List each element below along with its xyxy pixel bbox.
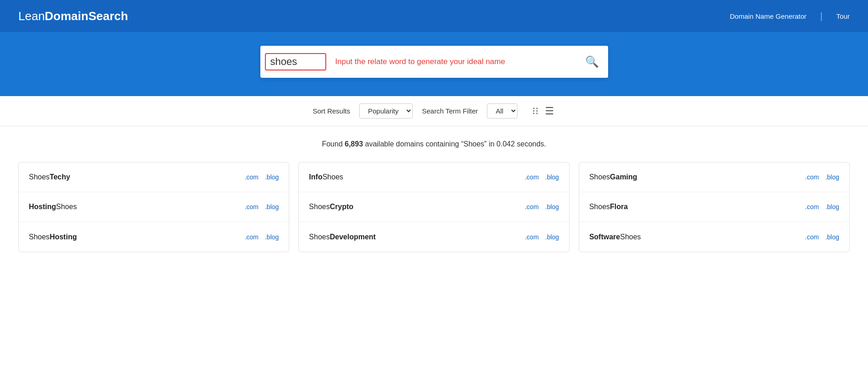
domain-bold: Flora <box>610 203 628 211</box>
com-link[interactable]: .com <box>245 203 259 211</box>
logo-bold: DomainSearch <box>45 9 128 23</box>
table-row: ShoesGaming .com .blog <box>579 162 849 192</box>
table-row: InfoShoes .com .blog <box>299 162 569 192</box>
domain-links: .com .blog <box>525 203 559 211</box>
com-link[interactable]: .com <box>805 173 819 181</box>
domain-links: .com .blog <box>805 173 839 181</box>
domain-links: .com .blog <box>245 203 279 211</box>
table-row: ShoesFlora .com .blog <box>579 192 849 222</box>
domain-links: .com .blog <box>805 203 839 211</box>
table-row: ShoesTechy .com .blog <box>19 162 289 192</box>
domain-name: ShoesHosting <box>29 233 77 241</box>
results-mid: available domains <box>363 140 424 148</box>
domain-bold: Hosting <box>49 233 77 241</box>
results-count: 6,893 <box>345 140 363 148</box>
table-row: ShoesCrypto .com .blog <box>299 192 569 222</box>
blog-link[interactable]: .blog <box>545 203 559 211</box>
domain-card-2: ShoesGaming .com .blog ShoesFlora .com .… <box>579 162 850 252</box>
grid-view-button[interactable]: ⁝⁝ <box>531 104 539 118</box>
results-post: containing “Shoes” in 0.042 seconds. <box>424 140 546 148</box>
filter-label: Search Term Filter <box>422 107 478 115</box>
sort-label: Sort Results <box>313 107 350 115</box>
logo-light: Lean <box>18 9 45 23</box>
blog-link[interactable]: .blog <box>825 203 839 211</box>
blog-link[interactable]: .blog <box>265 173 279 181</box>
blog-link[interactable]: .blog <box>825 233 839 241</box>
nav-divider: | <box>820 11 823 22</box>
com-link[interactable]: .com <box>525 203 539 211</box>
domain-bold: Crypto <box>330 203 354 211</box>
tour-link[interactable]: Tour <box>836 12 850 20</box>
domain-bold: Info <box>309 173 322 181</box>
domain-generator-link[interactable]: Domain Name Generator <box>730 12 807 20</box>
domain-grid: ShoesTechy .com .blog HostingShoes .com … <box>18 162 850 252</box>
list-icon: ☰ <box>545 105 554 117</box>
table-row: SoftwareShoes .com .blog <box>579 222 849 252</box>
table-row: ShoesHosting .com .blog <box>19 222 289 252</box>
domain-bold: Techy <box>49 173 70 181</box>
domain-bold: Development <box>330 233 376 241</box>
com-link[interactable]: .com <box>525 173 539 181</box>
table-row: ShoesDevelopment .com .blog <box>299 222 569 252</box>
table-row: HostingShoes .com .blog <box>19 192 289 222</box>
sort-select[interactable]: Popularity <box>359 103 413 119</box>
domain-name: SoftwareShoes <box>589 233 641 241</box>
search-input-wrap <box>265 53 326 70</box>
logo: LeanDomainSearch <box>18 9 128 23</box>
main-content: Found 6,893 available domains containing… <box>0 126 868 378</box>
search-bar: Input the relate word to generate your i… <box>260 46 608 78</box>
com-link[interactable]: .com <box>805 233 819 241</box>
domain-name: ShoesGaming <box>589 173 637 181</box>
domain-links: .com .blog <box>245 233 279 241</box>
domain-links: .com .blog <box>245 173 279 181</box>
blog-link[interactable]: .blog <box>825 173 839 181</box>
domain-name: InfoShoes <box>309 173 343 181</box>
search-button[interactable]: 🔍 <box>576 46 608 78</box>
domain-name: ShoesCrypto <box>309 203 353 211</box>
blog-link[interactable]: .blog <box>265 203 279 211</box>
domain-links: .com .blog <box>525 233 559 241</box>
view-toggle: ⁝⁝ ☰ <box>531 104 555 118</box>
domain-links: .com .blog <box>525 173 559 181</box>
domain-name: ShoesFlora <box>589 203 628 211</box>
controls-bar: Sort Results Popularity Search Term Filt… <box>0 96 868 126</box>
search-icon: 🔍 <box>585 55 599 68</box>
com-link[interactable]: .com <box>525 233 539 241</box>
domain-card-0: ShoesTechy .com .blog HostingShoes .com … <box>18 162 289 252</box>
domain-name: ShoesTechy <box>29 173 70 181</box>
search-input[interactable] <box>270 56 321 68</box>
results-summary: Found 6,893 available domains containing… <box>18 140 850 148</box>
domain-name: ShoesDevelopment <box>309 233 376 241</box>
search-section: Input the relate word to generate your i… <box>0 32 868 96</box>
grid-icon: ⁝⁝ <box>532 105 539 117</box>
search-hint: Input the relate word to generate your i… <box>331 57 576 66</box>
blog-link[interactable]: .blog <box>265 233 279 241</box>
header-nav: Domain Name Generator | Tour <box>730 11 850 22</box>
results-pre: Found <box>322 140 345 148</box>
domain-bold: Software <box>589 233 620 241</box>
header: LeanDomainSearch Domain Name Generator |… <box>0 0 868 32</box>
com-link[interactable]: .com <box>245 233 259 241</box>
domain-card-1: InfoShoes .com .blog ShoesCrypto .com .b… <box>298 162 569 252</box>
domain-name: HostingShoes <box>29 203 77 211</box>
domain-bold: Hosting <box>29 203 56 211</box>
filter-select[interactable]: All <box>487 103 518 119</box>
blog-link[interactable]: .blog <box>545 173 559 181</box>
com-link[interactable]: .com <box>245 173 259 181</box>
domain-bold: Gaming <box>610 173 637 181</box>
list-view-button[interactable]: ☰ <box>544 104 555 118</box>
com-link[interactable]: .com <box>805 203 819 211</box>
blog-link[interactable]: .blog <box>545 233 559 241</box>
domain-links: .com .blog <box>805 233 839 241</box>
